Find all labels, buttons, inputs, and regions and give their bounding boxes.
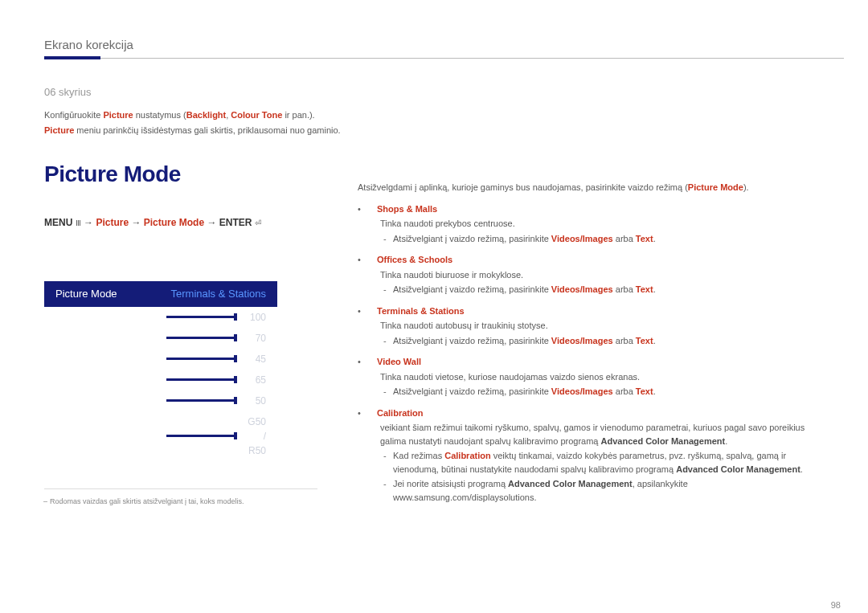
osd-slider-row: 70 [44, 328, 277, 349]
arrow-icon: → [131, 217, 141, 228]
page-number: 98 [831, 599, 841, 612]
arrow-icon: → [84, 217, 93, 228]
mode-desc: Tinka naudoti vietose, kuriose naudojama… [358, 370, 820, 384]
slider-track [166, 316, 236, 318]
breadcrumb-menu: MENU [44, 217, 72, 228]
footnote: Rodomas vaizdas gali skirtis atsižvelgia… [50, 497, 244, 508]
arrow-icon: → [207, 217, 216, 228]
list-item-calibration: Calibration [358, 407, 820, 420]
osd-menu-header: Picture Mode Terminals & Stations [44, 281, 277, 307]
osd-slider-value: 50 [244, 394, 266, 408]
text: Kad režimas [393, 451, 444, 460]
osd-slider-value: 45 [244, 352, 266, 366]
keyword-calibration: Calibration [444, 451, 490, 460]
osd-slider-row: 100 [44, 307, 277, 328]
osd-slider-value: 100 [244, 310, 266, 325]
keyword-picture: Picture [103, 110, 133, 120]
keyword-calibration: Calibration [377, 408, 423, 418]
mode-title: Shops & Malls [377, 204, 437, 214]
menu-icon: Ⅲ [76, 219, 81, 227]
breadcrumb-enter: ENTER [219, 217, 252, 228]
osd-menu-mock: Picture Mode Terminals & Stations 100 70… [44, 281, 277, 461]
mode-title: Offices & Schools [377, 255, 452, 264]
list-item: Video Wall [358, 355, 820, 369]
mode-subnote: Atsižvelgiant į vaizdo režimą, pasirinki… [358, 385, 820, 398]
text: . [800, 464, 803, 474]
text: . [725, 436, 727, 446]
horizontal-rule-accent [44, 56, 100, 59]
mode-desc: Tinka naudoti autobusų ir traukinių stot… [358, 319, 820, 333]
chapter-number: 06 skyrius [44, 84, 820, 100]
osd-slider-row: 50 [44, 390, 277, 411]
mode-title: Terminals & Stations [377, 306, 465, 316]
slider-track [166, 378, 236, 381]
mode-desc: Tinka naudoti prekybos centruose. [358, 217, 820, 231]
chapter-heading: Ekrano korekcija [44, 36, 133, 55]
text: nustatymus ( [133, 110, 186, 120]
text: Jei norite atsisiųsti programą [393, 479, 508, 488]
keyword-backlight: Backlight [186, 110, 227, 120]
osd-slider-value: G50 / R50 [244, 415, 266, 458]
text: meniu parinkčių išsidėstymas gali skirti… [74, 125, 340, 135]
keyword-colour-tone: Colour Tone [231, 110, 282, 120]
breadcrumb-picture-mode: Picture Mode [144, 217, 204, 228]
keyword-picture: Picture [44, 125, 74, 135]
text: ). [743, 182, 749, 192]
osd-slider-row: 45 [44, 349, 277, 370]
osd-slider-value: 65 [244, 373, 266, 387]
text: Konfigūruokite [44, 110, 103, 120]
osd-slider-value: 70 [244, 331, 266, 345]
list-item: Offices & Schools [358, 253, 820, 267]
horizontal-rule [44, 58, 844, 59]
text: ir pan.). [282, 110, 314, 120]
osd-slider-row: G50 / R50 [44, 411, 277, 461]
intro-text: Konfigūruokite Picture nustatymus (Backl… [44, 108, 820, 138]
slider-track [166, 358, 236, 360]
osd-slider-row: 65 [44, 370, 277, 390]
chapter-label: Ekrano korekcija [44, 38, 133, 51]
mode-subnote: Atsižvelgiant į vaizdo režimą, pasirinki… [358, 232, 820, 246]
mode-subnote: Atsižvelgiant į vaizdo režimą, pasirinki… [358, 283, 820, 296]
keyword-advanced-color-management: Advanced Color Management [676, 464, 800, 474]
mode-desc: Tinka naudoti biuruose ir mokyklose. [358, 268, 820, 282]
slider-track [166, 399, 236, 402]
mode-subnote: Atsižvelgiant į vaizdo režimą, pasirinki… [358, 334, 820, 348]
list-item: Terminals & Stations [358, 304, 820, 318]
keyword-picture-mode: Picture Mode [688, 182, 743, 192]
list-item: Shops & Malls [358, 202, 820, 216]
mode-title: Video Wall [377, 357, 421, 366]
keyword-advanced-color-management: Advanced Color Management [601, 436, 726, 446]
keyword-advanced-color-management: Advanced Color Management [508, 479, 633, 488]
slider-track [166, 337, 236, 339]
slider-track [166, 435, 236, 437]
enter-icon: ⏎ [255, 219, 261, 227]
footnote-separator [44, 488, 317, 489]
breadcrumb-picture: Picture [96, 217, 129, 228]
osd-selected-value: Terminals & Stations [171, 286, 267, 302]
osd-title: Picture Mode [55, 286, 117, 302]
text: Atsižvelgdami į aplinką, kurioje gaminys… [358, 182, 688, 192]
description-column: Atsižvelgdami į aplinką, kurioje gaminys… [358, 181, 820, 505]
text: veikiant šiam režimui taikomi ryškumo, s… [380, 423, 805, 446]
